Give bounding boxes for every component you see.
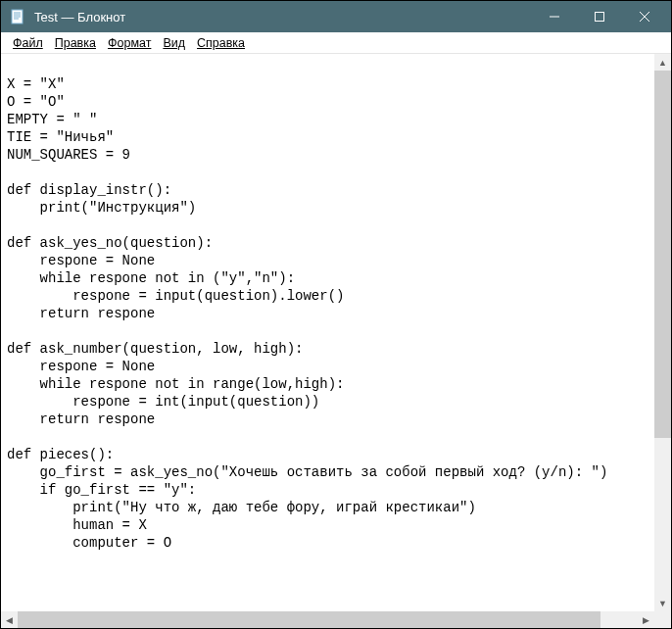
menubar: Файл Правка Формат Вид Справка bbox=[1, 32, 671, 54]
menu-format[interactable]: Формат bbox=[102, 34, 157, 52]
menu-edit[interactable]: Правка bbox=[49, 34, 102, 52]
bottom-scroll-row: ◀ ▶ bbox=[1, 611, 671, 628]
menu-file[interactable]: Файл bbox=[7, 34, 49, 52]
notepad-window: Test — Блокнот Файл Правка Формат Вид Сп… bbox=[1, 1, 671, 628]
scroll-right-icon[interactable]: ▶ bbox=[638, 611, 654, 628]
scroll-down-icon[interactable]: ▼ bbox=[654, 595, 671, 611]
horizontal-scrollbar[interactable]: ◀ ▶ bbox=[1, 611, 654, 628]
window-controls bbox=[532, 1, 667, 32]
menu-help[interactable]: Справка bbox=[191, 34, 251, 52]
vertical-scrollbar[interactable]: ▲ ▼ bbox=[654, 54, 671, 611]
notepad-icon bbox=[9, 8, 26, 25]
content-area: X = "X" O = "O" EMPTY = " " TIE = "Ничья… bbox=[1, 54, 671, 611]
vscroll-thumb[interactable] bbox=[654, 71, 671, 438]
svg-rect-6 bbox=[596, 13, 604, 22]
close-button[interactable] bbox=[622, 1, 667, 32]
scroll-up-icon[interactable]: ▲ bbox=[654, 54, 671, 71]
hscroll-thumb[interactable] bbox=[18, 611, 600, 628]
hscroll-track[interactable] bbox=[18, 611, 638, 628]
text-editor[interactable]: X = "X" O = "O" EMPTY = " " TIE = "Ничья… bbox=[1, 54, 654, 611]
titlebar[interactable]: Test — Блокнот bbox=[1, 1, 671, 32]
menu-view[interactable]: Вид bbox=[157, 34, 191, 52]
vscroll-track[interactable] bbox=[654, 71, 671, 595]
scroll-corner bbox=[654, 611, 671, 628]
scroll-left-icon[interactable]: ◀ bbox=[1, 611, 18, 628]
window-title: Test — Блокнот bbox=[34, 10, 532, 24]
minimize-button[interactable] bbox=[532, 1, 577, 32]
maximize-button[interactable] bbox=[577, 1, 622, 32]
